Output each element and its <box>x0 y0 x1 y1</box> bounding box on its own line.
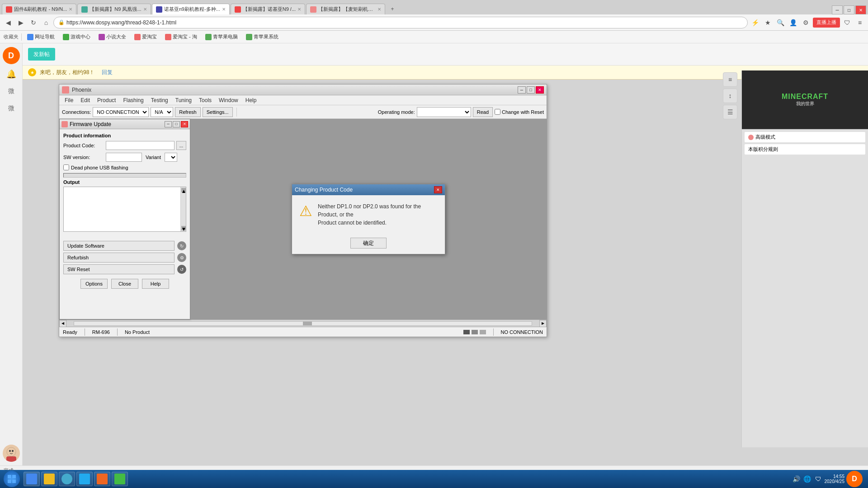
fw-maximize[interactable]: □ <box>173 121 180 127</box>
menu-testing[interactable]: Testing <box>147 96 172 104</box>
start-button[interactable] <box>4 471 20 487</box>
bookmark-apple-pc[interactable]: 青苹果电脑 <box>203 33 241 41</box>
minimize-button[interactable]: ─ <box>832 5 843 14</box>
menu-edit[interactable]: Edit <box>77 96 94 104</box>
refresh-button[interactable]: Refresh <box>175 107 201 117</box>
menu-help[interactable]: Help <box>242 96 260 104</box>
product-code-input[interactable] <box>106 141 175 150</box>
scroll-left-button[interactable]: ◀ <box>59 320 66 327</box>
minecraft-ad[interactable]: MINECRAFT 我的世界 <box>742 70 868 129</box>
bookmark-apple-sys[interactable]: 青苹果系统 <box>243 33 281 41</box>
right-item-points[interactable]: 本版积分规则 <box>745 144 865 155</box>
bookmarks-label[interactable]: 收藏夹 <box>4 33 19 40</box>
tab-close-4[interactable]: ✕ <box>297 7 301 12</box>
options-button[interactable]: Options <box>80 279 108 289</box>
browser-tab-4[interactable]: 【新揭露】诺基亚N9 /... ✕ <box>231 4 305 14</box>
wechat-icon[interactable]: 微 <box>4 101 19 116</box>
new-tab-button[interactable]: + <box>386 4 399 14</box>
user-button[interactable]: 👤 <box>788 17 798 28</box>
dead-phone-checkbox[interactable] <box>63 164 69 170</box>
address-bar[interactable]: 🔒 https://www.dospy.wang/thread-8248-1-1… <box>53 17 748 28</box>
back-button[interactable]: ◀ <box>3 17 14 28</box>
scroll-up-arrow[interactable]: ▲ <box>181 188 186 192</box>
dialog-ok-button[interactable]: 确定 <box>350 238 387 249</box>
taskbar-item-2[interactable] <box>41 472 57 486</box>
forward-button[interactable]: ▶ <box>15 17 26 28</box>
change-with-reset-checkbox[interactable] <box>495 109 500 115</box>
rs-btn-2[interactable]: ↕ <box>723 89 737 103</box>
taskbar-item-4[interactable] <box>76 472 93 486</box>
update-software-button[interactable]: Update Software <box>63 241 175 251</box>
na-dropdown[interactable]: N/A <box>151 107 173 117</box>
hscroll-thumb[interactable] <box>303 322 312 325</box>
taskbar-clock[interactable]: 14:55 2020/4/25 <box>825 474 845 484</box>
close-button[interactable]: Close <box>111 279 138 289</box>
reply-link[interactable]: 回复 <box>102 69 113 76</box>
fw-close[interactable]: ✕ <box>181 121 188 127</box>
maximize-button[interactable]: □ <box>844 5 854 14</box>
browser-tab-1[interactable]: 固件&刷机教程 - N9/N... ✕ <box>2 4 76 14</box>
product-code-browse[interactable]: ... <box>176 141 186 150</box>
bookmark-novel[interactable]: 小说大全 <box>96 33 129 41</box>
sw-reset-button[interactable]: SW Reset <box>63 264 175 274</box>
dialog-close-button[interactable]: ✕ <box>434 186 442 193</box>
browser-tab-5[interactable]: 【新揭露】【麦矩刷机】... ✕ <box>306 4 385 14</box>
live-button[interactable]: 直播上播 <box>813 18 840 28</box>
search-button[interactable]: 🔍 <box>775 17 786 28</box>
refurbish-button[interactable]: Refurbish <box>63 253 175 263</box>
read-button[interactable]: Read <box>473 107 493 117</box>
rs-btn-3[interactable]: ☰ <box>723 105 737 119</box>
menu-file[interactable]: File <box>61 96 77 104</box>
refresh-button[interactable]: ↻ <box>28 17 39 28</box>
tab-close-3[interactable]: ✕ <box>222 7 226 12</box>
close-button[interactable]: ✕ <box>855 5 866 14</box>
variant-select[interactable] <box>165 153 177 162</box>
bookmark-taobao2[interactable]: 爱淘宝 - 淘 <box>162 33 200 41</box>
dospy-logo-sidebar[interactable]: D <box>3 47 20 64</box>
menu-button[interactable]: ≡ <box>854 17 865 28</box>
right-item-advanced[interactable]: 高级模式 <box>745 132 865 142</box>
bookmark-star-button[interactable]: ★ <box>762 17 773 28</box>
phoenix-close[interactable]: ✕ <box>536 86 544 94</box>
change-with-reset-label[interactable]: Change with Reset <box>495 109 544 115</box>
settings-button[interactable]: Settings... <box>203 107 233 117</box>
phoenix-maximize[interactable]: □ <box>527 86 535 94</box>
sw-version-input[interactable] <box>106 153 142 162</box>
tab-close-5[interactable]: ✕ <box>377 7 381 12</box>
fw-minimize[interactable]: ─ <box>165 121 172 127</box>
notification-icon[interactable]: 🔔 <box>4 67 19 81</box>
extensions-button[interactable]: ⚡ <box>750 17 760 28</box>
output-scrollbar[interactable]: ▲ ▼ <box>180 187 186 231</box>
scroll-right-button[interactable]: ▶ <box>539 320 547 327</box>
scroll-down-arrow[interactable]: ▼ <box>181 226 186 230</box>
help-button[interactable]: Help <box>142 279 169 289</box>
tab-close-2[interactable]: ✕ <box>143 7 147 12</box>
bookmark-game[interactable]: 游戏中心 <box>60 33 93 41</box>
dospy-taskbar-logo[interactable]: D <box>846 471 863 487</box>
tab-close-1[interactable]: ✕ <box>69 7 72 12</box>
bookmark-taobao1[interactable]: 爱淘宝 <box>132 33 160 41</box>
hscroll-track[interactable] <box>74 321 532 326</box>
menu-tools[interactable]: Tools <box>195 96 215 104</box>
tray-icon-1[interactable]: 🔊 <box>792 474 801 483</box>
operating-mode-dropdown[interactable] <box>417 107 471 117</box>
menu-flashing[interactable]: Flashing <box>119 96 147 104</box>
taskbar-item-6[interactable] <box>112 472 128 486</box>
taskbar-item-3[interactable] <box>59 472 75 486</box>
taskbar-item-5[interactable] <box>94 472 110 486</box>
connections-dropdown[interactable]: NO CONNECTION <box>93 107 149 117</box>
output-container[interactable]: ▲ ▼ <box>63 187 186 232</box>
weibo-icon[interactable]: 微 <box>4 84 19 99</box>
bookmark-network-nav[interactable]: 网址导航 <box>24 33 57 41</box>
tray-icon-3[interactable]: 🛡 <box>814 474 823 483</box>
new-post-button[interactable]: 发新帖 <box>28 48 55 61</box>
browser-tab-2[interactable]: 【新揭露】N9 凤凰强... ✕ <box>77 4 151 14</box>
rs-btn-1[interactable]: ≡ <box>723 72 737 87</box>
taskbar-item-1[interactable] <box>24 472 40 486</box>
menu-window[interactable]: Window <box>215 96 242 104</box>
menu-tuning[interactable]: Tuning <box>172 96 195 104</box>
tray-icon-2[interactable]: 🌐 <box>803 474 812 483</box>
browser-tab-3[interactable]: 诺基亚n9刷机教程-多种... ✕ <box>152 4 230 14</box>
user-avatar[interactable] <box>3 445 20 462</box>
shield-button[interactable]: 🛡 <box>842 17 853 28</box>
